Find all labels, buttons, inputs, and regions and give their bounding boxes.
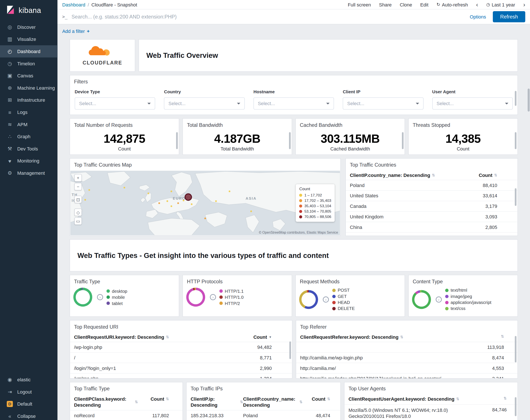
- window-scrollbar-thumb[interactable]: [528, 89, 530, 112]
- scrollbar-thumb[interactable]: [176, 132, 178, 149]
- map-bubble-poland[interactable]: [184, 194, 192, 201]
- filter-device-type: Device Type Select...: [75, 89, 155, 109]
- legend-item[interactable]: GET: [332, 294, 355, 299]
- time-range-picker[interactable]: ◷ Last 1 year: [486, 2, 515, 7]
- sidebar-item-visualize[interactable]: ▥Visualize: [0, 33, 57, 45]
- share-button[interactable]: Share: [379, 2, 392, 7]
- sidebar-item-monitoring[interactable]: ♥Monitoring: [0, 155, 57, 167]
- zoom-out-button[interactable]: −: [74, 183, 82, 190]
- legend-item[interactable]: HEAD: [332, 300, 355, 305]
- sidebar-item-management[interactable]: ⚙Management: [0, 167, 57, 179]
- donut-chart[interactable]: [186, 288, 205, 306]
- sidebar-item-default[interactable]: DDefault: [0, 398, 57, 410]
- column-header[interactable]: Count ▼: [241, 334, 288, 340]
- legend-item[interactable]: mobile: [106, 295, 127, 300]
- plus-icon[interactable]: +: [87, 28, 90, 34]
- refresh-button[interactable]: Refresh: [493, 11, 525, 22]
- scrollbar-thumb[interactable]: [289, 341, 291, 359]
- client-ip-select[interactable]: Select...: [343, 97, 423, 110]
- legend-item[interactable]: HTTP/1.0: [220, 295, 244, 300]
- sidebar-item-logs[interactable]: ≡Logs: [0, 106, 57, 119]
- full-screen-button[interactable]: Full screen: [348, 2, 371, 7]
- breadcrumb-dashboard-link[interactable]: Dashboard: [62, 2, 85, 7]
- scrollbar-thumb[interactable]: [402, 132, 404, 149]
- column-header[interactable]: ClientRequestUserAgent.keyword: Descendi…: [348, 396, 473, 402]
- column-header[interactable]: ⇅: [473, 396, 514, 401]
- clone-button[interactable]: Clone: [400, 2, 412, 7]
- edit-button[interactable]: Edit: [420, 2, 428, 7]
- donut-chart[interactable]: [73, 288, 92, 306]
- auto-refresh-button[interactable]: ↻ Auto-refresh: [437, 2, 468, 7]
- device-type-select[interactable]: Select...: [75, 97, 155, 110]
- chevron-down-icon: [147, 103, 151, 104]
- options-link[interactable]: Options: [470, 14, 486, 19]
- time-back-button[interactable]: ‹: [476, 1, 478, 8]
- add-filter-link[interactable]: Add a filter: [62, 28, 85, 34]
- hostname-select[interactable]: Select...: [253, 97, 334, 110]
- map-canvas[interactable]: EUROPEASIATHIC + − ⊡ ◇ ▭: [70, 171, 340, 235]
- panel-request-methods: Request Methods › POSTGETHEADDELETE: [295, 275, 405, 317]
- scrollbar-thumb[interactable]: [515, 188, 516, 206]
- country-select[interactable]: Select...: [164, 97, 245, 110]
- sort-icon: ⇅: [166, 335, 169, 339]
- column-header[interactable]: ClientRequestReferer.keyword: Descending…: [300, 334, 470, 340]
- chevron-right-icon[interactable]: ›: [436, 296, 442, 302]
- sidebar-item-elastic[interactable]: ◉elastic: [0, 374, 57, 386]
- fit-bounds-button[interactable]: ⊡: [74, 196, 82, 203]
- legend-item[interactable]: desktop: [106, 288, 127, 294]
- draw-polygon-button[interactable]: ◇: [74, 209, 82, 216]
- sidebar-item-dev-tools[interactable]: ⚒Dev Tools: [0, 143, 57, 155]
- legend-item[interactable]: POST: [332, 288, 355, 293]
- sort-icon: ⇅: [503, 396, 507, 401]
- sidebar-item-graph[interactable]: ∴Graph: [0, 131, 57, 143]
- sidebar-item-dashboard[interactable]: ◴Dashboard: [0, 45, 57, 58]
- sidebar-item-apm[interactable]: ≋APM: [0, 118, 57, 131]
- legend-item[interactable]: text/html: [445, 288, 491, 293]
- sidebar-item-machine-learning[interactable]: ⊛Machine Learning: [0, 82, 57, 94]
- kibana-logo-row[interactable]: kibana: [0, 0, 57, 20]
- time-forward-button[interactable]: ›: [523, 1, 525, 8]
- draw-rectangle-button[interactable]: ▭: [74, 217, 82, 225]
- column-header[interactable]: ClientIP.country_name: Descending ⇅: [350, 172, 466, 178]
- legend-label: 70,805 – 88,506: [304, 214, 331, 219]
- legend-item[interactable]: DELETE: [332, 306, 355, 311]
- table-cell: /: [74, 355, 240, 360]
- legend-item[interactable]: application/javascript: [445, 300, 491, 305]
- legend-item[interactable]: tablet: [106, 301, 127, 306]
- column-header[interactable]: ClientIPClass.keyword: Descending ⇅: [74, 396, 138, 408]
- sidebar-item-label: Management: [17, 170, 45, 176]
- legend-item[interactable]: HTTP/1.1: [220, 288, 244, 294]
- sidebar-item-logout[interactable]: ⇥Logout: [0, 386, 57, 398]
- column-header[interactable]: Count ⇅: [466, 172, 514, 178]
- scrollbar-thumb[interactable]: [515, 91, 516, 106]
- table-cell: United States: [350, 193, 466, 198]
- sidebar-item-infrastructure[interactable]: ⊞Infrastructure: [0, 94, 57, 106]
- search-input[interactable]: [72, 14, 463, 20]
- column-header[interactable]: ClientIP.country_name: Descending ⇅: [243, 396, 303, 408]
- scrollbar-thumb[interactable]: [289, 132, 291, 149]
- user-agent-select[interactable]: Select...: [432, 97, 513, 110]
- chevron-right-icon[interactable]: ›: [210, 294, 216, 300]
- chevron-right-icon[interactable]: ›: [97, 294, 103, 300]
- sidebar-item-timelion[interactable]: ◷Timelion: [0, 57, 57, 70]
- column-header[interactable]: ClientRequestURI.keyword: Descending ⇅: [74, 334, 240, 340]
- legend-item[interactable]: text/css: [445, 306, 491, 311]
- sidebar-item-canvas[interactable]: ▣Canvas: [0, 70, 57, 82]
- donut-chart[interactable]: [412, 290, 431, 309]
- legend-item[interactable]: image/jpeg: [445, 294, 491, 299]
- sidebar-item-discover[interactable]: ◎Discover: [0, 21, 57, 33]
- scrollbar-thumb[interactable]: [515, 132, 516, 149]
- scrollbar-thumb[interactable]: [515, 397, 516, 416]
- chevron-right-icon[interactable]: ›: [323, 296, 329, 302]
- column-header[interactable]: ClientIP.ip: Descending ⇅: [191, 396, 243, 408]
- column-header[interactable]: Count ⇅: [303, 396, 336, 402]
- zoom-in-button[interactable]: +: [74, 174, 82, 182]
- scrollbar-thumb[interactable]: [515, 336, 516, 362]
- donut-chart[interactable]: [299, 290, 318, 309]
- filter-label: User Agent: [432, 89, 513, 94]
- sidebar-item-collapse[interactable]: «Collapse: [0, 410, 57, 420]
- legend-item[interactable]: HTTP/2: [220, 301, 244, 306]
- column-header[interactable]: ⇅: [469, 334, 513, 339]
- column-header[interactable]: Count ⇅: [138, 396, 179, 402]
- infrastructure-icon: ⊞: [7, 97, 13, 103]
